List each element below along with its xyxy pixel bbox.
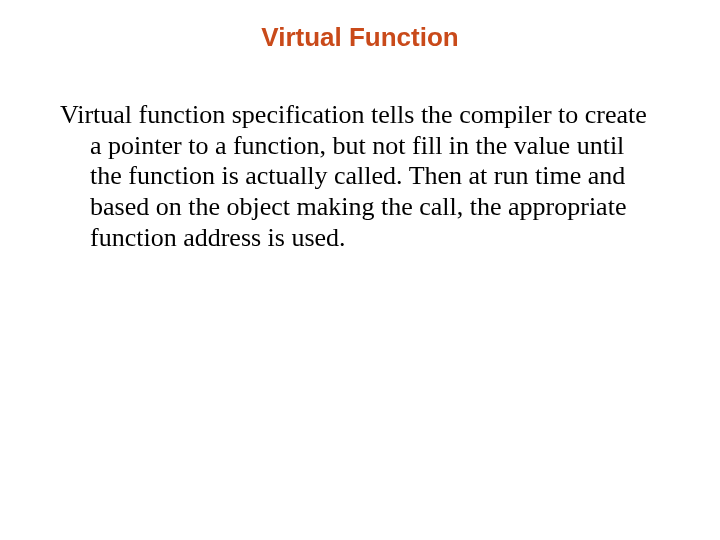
slide-title: Virtual Function	[0, 22, 720, 53]
slide-body: Virtual function specification tells the…	[60, 100, 650, 253]
body-paragraph: Virtual function specification tells the…	[60, 100, 650, 253]
slide: Virtual Function Virtual function specif…	[0, 0, 720, 540]
